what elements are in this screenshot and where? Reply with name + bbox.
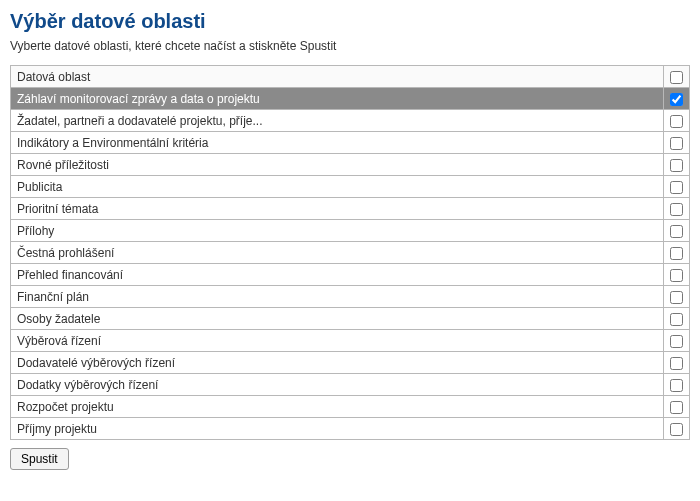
table-row[interactable]: Rovné příležitosti (11, 154, 690, 176)
row-check-cell (664, 198, 690, 220)
row-checkbox[interactable] (670, 335, 683, 348)
table-row[interactable]: Čestná prohlášení (11, 242, 690, 264)
row-checkbox[interactable] (670, 225, 683, 238)
row-checkbox[interactable] (670, 203, 683, 216)
row-label: Osoby žadatele (11, 308, 664, 330)
row-checkbox[interactable] (670, 159, 683, 172)
row-label: Rovné příležitosti (11, 154, 664, 176)
table-row[interactable]: Finanční plán (11, 286, 690, 308)
row-checkbox[interactable] (670, 401, 683, 414)
row-label: Indikátory a Environmentální kritéria (11, 132, 664, 154)
row-check-cell (664, 286, 690, 308)
table-row[interactable]: Dodatky výběrových řízení (11, 374, 690, 396)
row-label: Žadatel, partneři a dodavatelé projektu,… (11, 110, 664, 132)
table-row[interactable]: Indikátory a Environmentální kritéria (11, 132, 690, 154)
row-check-cell (664, 154, 690, 176)
row-checkbox[interactable] (670, 93, 683, 106)
row-check-cell (664, 176, 690, 198)
row-label: Prioritní témata (11, 198, 664, 220)
row-label: Finanční plán (11, 286, 664, 308)
table-row[interactable]: Příjmy projektu (11, 418, 690, 440)
row-label: Dodatky výběrových řízení (11, 374, 664, 396)
row-check-cell (664, 88, 690, 110)
row-checkbox[interactable] (670, 137, 683, 150)
row-check-cell (664, 264, 690, 286)
table-row[interactable]: Přehled financování (11, 264, 690, 286)
row-check-cell (664, 308, 690, 330)
row-check-cell (664, 418, 690, 440)
table-row[interactable]: Osoby žadatele (11, 308, 690, 330)
row-checkbox[interactable] (670, 115, 683, 128)
row-checkbox[interactable] (670, 291, 683, 304)
row-check-cell (664, 396, 690, 418)
select-all-checkbox[interactable] (670, 71, 683, 84)
row-label: Příjmy projektu (11, 418, 664, 440)
table-row[interactable]: Záhlaví monitorovací zprávy a data o pro… (11, 88, 690, 110)
row-check-cell (664, 110, 690, 132)
row-checkbox[interactable] (670, 247, 683, 260)
table-row[interactable]: Dodavatelé výběrových řízení (11, 352, 690, 374)
row-label: Přehled financování (11, 264, 664, 286)
row-checkbox[interactable] (670, 357, 683, 370)
row-label: Čestná prohlášení (11, 242, 664, 264)
table-row[interactable]: Výběrová řízení (11, 330, 690, 352)
row-check-cell (664, 352, 690, 374)
row-check-cell (664, 220, 690, 242)
row-label: Záhlaví monitorovací zprávy a data o pro… (11, 88, 664, 110)
table-row[interactable]: Rozpočet projektu (11, 396, 690, 418)
row-label: Publicita (11, 176, 664, 198)
row-label: Rozpočet projektu (11, 396, 664, 418)
run-button[interactable]: Spustit (10, 448, 69, 470)
row-checkbox[interactable] (670, 379, 683, 392)
table-row[interactable]: Prioritní témata (11, 198, 690, 220)
row-check-cell (664, 330, 690, 352)
row-checkbox[interactable] (670, 423, 683, 436)
data-area-table: Datová oblast Záhlaví monitorovací zpráv… (10, 65, 690, 440)
table-row[interactable]: Žadatel, partneři a dodavatelé projektu,… (11, 110, 690, 132)
row-check-cell (664, 132, 690, 154)
table-row[interactable]: Publicita (11, 176, 690, 198)
row-label: Dodavatelé výběrových řízení (11, 352, 664, 374)
row-checkbox[interactable] (670, 269, 683, 282)
instruction-text: Vyberte datové oblasti, které chcete nač… (10, 39, 690, 53)
table-header-label: Datová oblast (11, 66, 664, 88)
row-check-cell (664, 242, 690, 264)
table-row[interactable]: Přílohy (11, 220, 690, 242)
row-check-cell (664, 374, 690, 396)
page-title: Výběr datové oblasti (10, 10, 690, 33)
row-checkbox[interactable] (670, 181, 683, 194)
row-checkbox[interactable] (670, 313, 683, 326)
table-header-check (664, 66, 690, 88)
row-label: Přílohy (11, 220, 664, 242)
row-label: Výběrová řízení (11, 330, 664, 352)
